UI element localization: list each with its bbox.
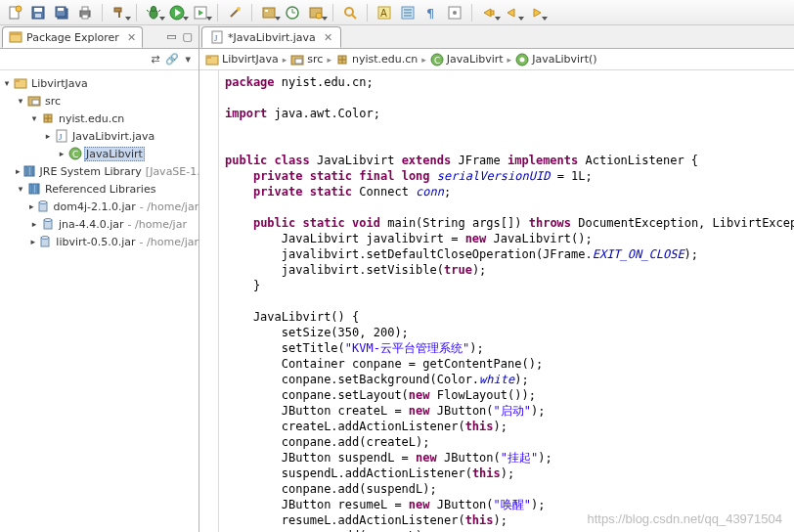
- tree-label: JavaLibvirt.java: [70, 130, 156, 143]
- print-icon[interactable]: [74, 2, 96, 23]
- tree-row[interactable]: ▾ LibvirtJava: [0, 74, 198, 92]
- source-editor[interactable]: package nyist.edu.cn; import java.awt.Co…: [219, 70, 794, 532]
- svg-line-17: [158, 10, 160, 12]
- svg-rect-8: [58, 8, 64, 11]
- svg-rect-5: [35, 14, 41, 18]
- project-tree[interactable]: ▾ LibvirtJava▾ src▾ nyist.edu.cn▸J JavaL…: [0, 70, 198, 532]
- tree-row[interactable]: ▸ libvirt-0.5.0.jar - /home/jar: [0, 233, 198, 250]
- twisty-icon[interactable]: ▸: [29, 219, 39, 229]
- tree-row[interactable]: ▸ JRE System Library [JavaSE-1.7]: [0, 162, 198, 180]
- new-class-icon[interactable]: [258, 2, 280, 23]
- new-wizard-icon[interactable]: [4, 2, 25, 23]
- svg-rect-11: [82, 15, 88, 19]
- twisty-icon[interactable]: ▸: [29, 237, 36, 246]
- tree-label: src: [43, 95, 63, 108]
- editor-tab[interactable]: J *JavaLibvirt.java ✕: [201, 26, 341, 48]
- toggle-ws-icon[interactable]: ¶: [420, 2, 442, 23]
- svg-point-66: [39, 201, 47, 204]
- close-icon[interactable]: ✕: [127, 31, 136, 44]
- minimize-icon[interactable]: ▭: [166, 30, 176, 43]
- twisty-icon[interactable]: ▸: [16, 166, 21, 176]
- tree-label: nyist.edu.cn: [57, 112, 126, 125]
- svg-rect-24: [263, 8, 275, 18]
- method-icon: [515, 53, 529, 66]
- twisty-icon[interactable]: ▾: [16, 96, 25, 106]
- debug-icon[interactable]: [143, 2, 164, 23]
- tree-row[interactable]: ▾ nyist.edu.cn: [0, 110, 198, 127]
- save-icon[interactable]: [27, 2, 49, 23]
- jar-icon: [36, 200, 50, 213]
- new-package-icon[interactable]: [224, 2, 245, 23]
- svg-line-16: [147, 10, 149, 12]
- svg-text:¶: ¶: [426, 6, 434, 21]
- workspace: Package Explorer ✕ ▭ ▢ ⇄ 🔗 ▾ ▾ LibvirtJa…: [0, 25, 794, 532]
- package-explorer-tab[interactable]: Package Explorer ✕: [2, 26, 143, 48]
- open-type-icon[interactable]: [282, 2, 303, 23]
- tree-row[interactable]: ▾ src: [0, 92, 198, 110]
- save-all-icon[interactable]: [51, 2, 72, 23]
- svg-rect-47: [10, 32, 22, 35]
- jar-icon: [38, 235, 52, 248]
- search-icon[interactable]: [339, 2, 361, 23]
- run-last-icon[interactable]: [190, 2, 211, 23]
- breadcrumb-item[interactable]: JavaLibvirt(): [515, 53, 596, 66]
- tree-label: libvirt-0.5.0.jar: [54, 236, 137, 248]
- package-explorer: Package Explorer ✕ ▭ ▢ ⇄ 🔗 ▾ ▾ LibvirtJa…: [0, 25, 199, 532]
- package-explorer-icon: [9, 30, 22, 44]
- svg-rect-76: [295, 59, 302, 64]
- svg-rect-64: [37, 184, 39, 194]
- twisty-icon[interactable]: ▾: [2, 78, 12, 88]
- folding-gutter[interactable]: [199, 70, 219, 532]
- code-area: package nyist.edu.cn; import java.awt.Co…: [199, 70, 794, 532]
- pkg-icon: [335, 53, 349, 66]
- build-icon[interactable]: [109, 2, 130, 23]
- svg-marker-45: [534, 9, 541, 17]
- new-ann-icon[interactable]: [305, 2, 327, 23]
- breadcrumb-item[interactable]: src: [290, 53, 323, 66]
- maximize-icon[interactable]: ▢: [183, 30, 193, 43]
- twisty-icon[interactable]: ▸: [29, 201, 34, 211]
- nav-back-icon[interactable]: [502, 2, 523, 23]
- nav1-icon[interactable]: [478, 2, 500, 23]
- breadcrumb-item[interactable]: nyist.edu.cn: [335, 53, 418, 66]
- tree-label: JRE System Library: [38, 165, 144, 178]
- tree-label: LibvirtJava: [29, 77, 90, 90]
- collapse-all-icon[interactable]: ⇄: [151, 53, 159, 66]
- view-menu-icon[interactable]: ▾: [185, 53, 191, 66]
- tree-row[interactable]: ▾ Referenced Libraries: [0, 180, 198, 198]
- svg-point-23: [237, 7, 241, 11]
- lib-icon: [27, 182, 41, 196]
- tree-row[interactable]: ▸ jna-4.4.0.jar - /home/jar: [0, 215, 198, 233]
- close-icon[interactable]: ✕: [324, 31, 332, 44]
- tree-row[interactable]: ▸ dom4j-2.1.0.jar - /home/jar: [0, 198, 198, 215]
- svg-rect-74: [206, 56, 211, 59]
- lib-icon: [22, 164, 36, 178]
- twisty-icon[interactable]: ▾: [16, 184, 25, 194]
- twisty-icon[interactable]: ▾: [29, 113, 39, 123]
- srcfolder-icon: [27, 94, 41, 108]
- nav-fwd-icon[interactable]: [525, 2, 547, 23]
- svg-line-32: [352, 15, 356, 19]
- svg-rect-43: [491, 11, 494, 15]
- pin-icon[interactable]: [444, 2, 465, 23]
- tree-row[interactable]: ▸C JavaLibvirt: [0, 145, 198, 162]
- link-editor-icon[interactable]: 🔗: [165, 53, 179, 66]
- toggle-mark-icon[interactable]: A: [374, 2, 395, 23]
- breadcrumb-item[interactable]: CJavaLibvirt: [430, 53, 504, 66]
- tree-row[interactable]: ▸J JavaLibvirt.java: [0, 127, 198, 145]
- breadcrumb-item[interactable]: LibvirtJava: [205, 53, 279, 66]
- svg-rect-62: [29, 184, 32, 194]
- svg-rect-49: [15, 79, 20, 82]
- twisty-icon[interactable]: ▸: [43, 131, 53, 141]
- svg-point-31: [345, 8, 353, 16]
- toggle-block-icon[interactable]: [397, 2, 419, 23]
- svg-point-70: [41, 237, 49, 240]
- pkg-icon: [41, 111, 55, 125]
- tree-label: dom4j-2.1.0.jar: [52, 200, 138, 213]
- twisty-icon[interactable]: ▸: [57, 149, 66, 158]
- tree-label: JavaLibvirt: [84, 147, 145, 161]
- package-explorer-title: Package Explorer: [26, 31, 119, 44]
- svg-rect-61: [32, 166, 34, 176]
- run-icon[interactable]: [166, 2, 188, 23]
- breadcrumb[interactable]: LibvirtJava▸src▸nyist.edu.cn▸CJavaLibvir…: [199, 49, 794, 70]
